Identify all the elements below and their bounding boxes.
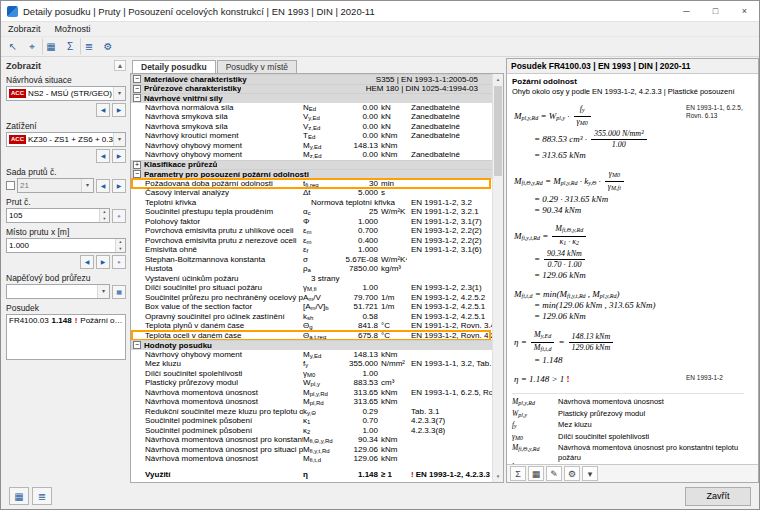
collapse-icon[interactable]: − [133, 341, 141, 349]
menu-moznosti[interactable]: Možnosti [48, 24, 98, 34]
location-input[interactable]: 1.000 ▴▾ [6, 238, 126, 253]
collapse-icon[interactable]: − [133, 170, 141, 178]
details-section-row[interactable]: −Parametry pro posouzení požární odolnos… [131, 169, 492, 179]
details-row[interactable]: Teplota oceli v daném časeΘa,t,req675.8°… [131, 331, 492, 341]
details-row[interactable]: Opravný součinitel pro účinek zastíněník… [131, 312, 492, 322]
spin-down-icon[interactable]: ▾ [100, 216, 109, 223]
scroll-up-icon[interactable]: ▴ [493, 74, 503, 85]
scroll-down-icon[interactable]: ▾ [493, 471, 503, 482]
legend-icon[interactable]: ≣ [32, 487, 52, 505]
details-row[interactable]: Redukční součinitel meze kluzu pro teplo… [131, 407, 492, 417]
details-row[interactable]: Box value of the section factor[Am/V]b51… [131, 302, 492, 312]
member-set-checkbox[interactable] [6, 181, 15, 190]
menu-zobrazit[interactable]: Zobrazit [1, 24, 48, 34]
maximize-button[interactable]: □ [701, 1, 730, 21]
chevron-down-icon[interactable]: ▾ [81, 179, 93, 192]
details-row[interactable]: Hustotaρa7850.00kg/m³ [131, 264, 492, 274]
details-row[interactable]: Návrhový ohybový momentMy,Ed148.13kNm [131, 141, 492, 151]
collapse-icon[interactable]: − [133, 75, 141, 83]
details-row[interactable]: Součinitel průřezu pro nechráněný ocelov… [131, 293, 492, 303]
check-list[interactable]: FR4100.03 1.148 ! Požární odol... [6, 314, 126, 360]
details-row[interactable]: Návrhová momentová únosnostMpl,Rd313.65k… [131, 397, 492, 407]
details-row[interactable]: Povrchová emisivita prutu z uhlíkové oce… [131, 226, 492, 236]
design-situation-select[interactable]: ACC NS2 - MSÚ (STR/GEO) - mimořá... ▾ [6, 86, 126, 101]
settings-icon[interactable]: ⚙ [564, 466, 580, 481]
details-row[interactable]: Návrhový ohybový momentMz,Ed0.00kNmZaned… [131, 150, 492, 160]
more-options-icon[interactable]: ▾ [582, 466, 598, 481]
chevron-down-icon[interactable]: ▾ [97, 285, 109, 298]
stress-point-grid-button[interactable]: ▦ [112, 285, 126, 299]
member-spinner[interactable]: ▴▾ [99, 209, 109, 222]
sum-icon[interactable]: Σ [61, 38, 79, 55]
settings-icon[interactable]: ⚙ [99, 38, 117, 55]
check-list-item[interactable]: FR4100.03 1.148 ! Požární odol... [7, 315, 125, 326]
details-row[interactable]: Součinitel podmínek působeníκ21.004.2.3.… [131, 426, 492, 436]
details-row[interactable]: Mez kluzufy355.000N/mm²EN 1993-1-1, 3.2,… [131, 359, 492, 369]
list-icon[interactable]: ≣ [80, 38, 98, 55]
chevron-down-icon[interactable]: ▾ [113, 133, 125, 146]
loading-select[interactable]: ACC KZ30 - ZS1 + ZS6 + 0.30 * ZS2 ▾ [6, 132, 126, 147]
next-member-set-button[interactable]: ▶ [112, 179, 126, 193]
edit-icon[interactable]: ✎ [546, 466, 562, 481]
table-view-icon[interactable]: ▦ [528, 466, 544, 481]
pick-object-icon[interactable]: ⌖ [23, 38, 41, 55]
minimize-button[interactable]: ─ [672, 1, 701, 21]
member-set-select[interactable]: 21 ▾ [17, 178, 94, 193]
member-input[interactable]: 105 ▴▾ [6, 208, 110, 223]
details-section-row[interactable]: −Hodnoty posudku [131, 340, 492, 350]
details-row[interactable]: Návrhová momentová únosnostMfi,t,d129.06… [131, 454, 492, 464]
tab-detaily-posudku[interactable]: Detaily posudku [132, 60, 216, 73]
scroll-thumb[interactable] [494, 86, 502, 176]
panels-icon[interactable]: ▦ [9, 487, 29, 505]
select-pointer-icon[interactable]: ↖ [4, 38, 22, 55]
details-section-row[interactable]: −Návrhové vnitřní síly [131, 93, 492, 103]
details-row[interactable]: Teplotní křivkaNormová teplotní křivkaEN… [131, 198, 492, 208]
next-situation-button[interactable]: ▶ [112, 103, 126, 117]
collapse-icon[interactable]: − [133, 94, 141, 102]
details-row[interactable]: Časový interval analýzyΔt5.000s [131, 188, 492, 198]
details-section-row[interactable]: −Materiálové charakteristikyS355 | EN 19… [131, 74, 492, 84]
details-section-row[interactable]: +Klasifikace průřezů [131, 160, 492, 170]
details-row[interactable]: Součinitel přestupu tepla prouděnímαc25W… [131, 207, 492, 217]
details-row[interactable]: Návrhová momentová únosnost pro situaci … [131, 445, 492, 455]
pick-member-button[interactable]: ⌖ [112, 209, 126, 223]
prev-member-set-button[interactable]: ◀ [96, 179, 110, 193]
prev-situation-button[interactable]: ◀ [96, 103, 110, 117]
details-row[interactable]: Dílčí součinitel spolehlivostiγM01.00 [131, 369, 492, 379]
table-icon[interactable]: ▦ [42, 38, 60, 55]
details-row[interactable]: Teplota plynů v daném časeΘg841.8°CEN 19… [131, 321, 492, 331]
details-row[interactable]: Stephan-Boltzmannova konstantaσ5.67E-08W… [131, 255, 492, 265]
details-scrollbar[interactable]: ▴ ▾ [492, 74, 503, 482]
zavrit-button[interactable]: Zavřít [685, 487, 751, 506]
details-row[interactable]: Povrchová emisivita prutu z nerezové oce… [131, 236, 492, 246]
next-location-button[interactable]: ▶ [96, 255, 110, 269]
formula-view-icon[interactable]: Σ [510, 466, 526, 481]
details-row[interactable]: Součinitel podmínek působeníκ10.704.2.3.… [131, 416, 492, 426]
details-row[interactable]: Návrhový kroutící momentTEd0.00kNmZanedb… [131, 131, 492, 141]
utilization-row[interactable]: Využitíη1.148≥ 1!EN 1993-1-2, 4.2.3.3 [131, 470, 492, 480]
details-row[interactable]: Návrhová momentová únosnostMpl,y,Rd313.6… [131, 388, 492, 398]
pick-location-button[interactable]: ⌖ [112, 255, 126, 269]
collapse-icon[interactable]: + [133, 161, 141, 169]
next-loading-button[interactable]: ▶ [112, 149, 126, 163]
details-row[interactable]: Vystavení účinkům požáru3 strany [131, 274, 492, 284]
details-section-row[interactable]: −Průřezové charakteristikyHEM 180 | DIN … [131, 84, 492, 94]
details-row[interactable]: Požadovaná doba požární odolnostitfi,req… [131, 179, 492, 189]
close-icon[interactable]: × [730, 1, 759, 21]
location-spinner[interactable]: ▴▾ [115, 239, 125, 252]
details-row[interactable]: Polohový faktorΦ1.000EN 1991-1-2, 3.1(7) [131, 217, 492, 227]
details-row[interactable]: Návrhová smyková sílaVy,Ed0.00kNZanedbat… [131, 112, 492, 122]
details-row[interactable]: Návrhová normálová sílaNEd0.00kNZanedbat… [131, 103, 492, 113]
details-row[interactable]: Návrhový ohybový momentMy,Ed148.13kNm [131, 350, 492, 360]
chevron-down-icon[interactable]: ▾ [113, 87, 125, 100]
details-row[interactable]: Návrhová momentová únosnost pro konstant… [131, 435, 492, 445]
details-row[interactable]: Dílčí součinitel pro situaci požáruγM,fi… [131, 283, 492, 293]
details-row[interactable]: Plastický průřezový modulWpl,y883.53cm³ [131, 378, 492, 388]
details-row[interactable]: Emisivita ohněεf1.000EN 1991-1-2, 3.1(6) [131, 245, 492, 255]
prev-loading-button[interactable]: ◀ [96, 149, 110, 163]
tab-posudky-v-miste[interactable]: Posudky v místě [217, 60, 297, 73]
spin-down-icon[interactable]: ▾ [116, 246, 125, 253]
details-row[interactable]: Návrhová smyková sílaVz,Ed0.00kNZanedbat… [131, 122, 492, 132]
stress-point-select[interactable]: ▾ [6, 284, 110, 299]
collapse-icon[interactable]: − [133, 85, 141, 93]
